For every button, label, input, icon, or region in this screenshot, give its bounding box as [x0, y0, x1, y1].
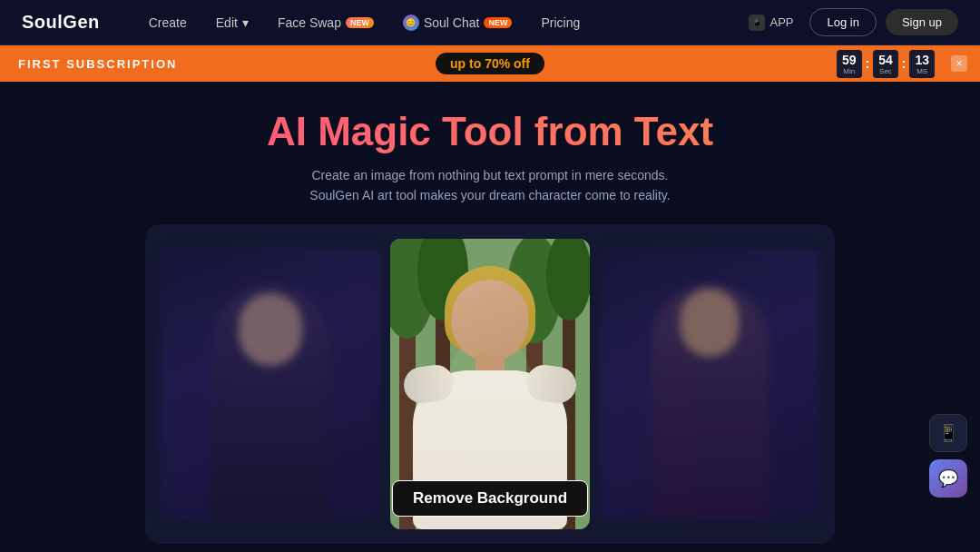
chat-bubble-icon: 💬: [938, 468, 958, 488]
timer-minutes: 59 Min: [837, 50, 862, 78]
nav-item-edit[interactable]: Edit ▾: [203, 10, 261, 35]
cards-section: Remove Background: [0, 224, 980, 544]
nav-item-pricing[interactable]: Pricing: [528, 10, 593, 35]
signup-button[interactable]: Sign up: [886, 9, 958, 35]
app-icon: 📱: [749, 15, 765, 31]
nav-links: Create Edit ▾ Face Swap NEW 😊 Soul Chat …: [136, 9, 742, 36]
person-head-right: [681, 289, 740, 357]
nav-item-face-swap[interactable]: Face Swap NEW: [265, 10, 387, 35]
hero-subtitle-line2: SoulGen AI art tool makes your dream cha…: [0, 185, 980, 205]
person-silhouette-right: [651, 284, 769, 520]
person-silhouette-left: [211, 284, 329, 520]
timer-ms: 13 MS: [909, 50, 935, 78]
person-head-left: [239, 293, 302, 366]
card-right-person: [599, 248, 820, 520]
floating-chat-button[interactable]: 💬: [929, 459, 967, 498]
hero-title: AI Magic Tool from Text: [0, 109, 980, 154]
promo-banner: FIRST SUBSCRIPTION up to 70% off 59 Min …: [0, 45, 980, 82]
timer-sep-1: :: [864, 56, 872, 71]
logo[interactable]: SoulGen: [22, 12, 100, 33]
hero-subtitle-line1: Create an image from nothing but text pr…: [0, 165, 980, 185]
soul-chat-badge: NEW: [484, 17, 512, 28]
soul-chat-icon: 😊: [403, 15, 419, 31]
card-right: [599, 248, 820, 520]
mobile-app-icon: 📱: [938, 423, 958, 443]
login-button[interactable]: Log in: [809, 8, 876, 36]
close-banner-button[interactable]: ×: [951, 55, 967, 72]
nav-item-create[interactable]: Create: [136, 10, 200, 35]
timer-sep-2: :: [900, 56, 908, 71]
app-button[interactable]: 📱 APP: [741, 11, 800, 34]
promo-first-sub-label: FIRST SUBSCRIPTION: [18, 57, 177, 71]
countdown-timer: 59 Min : 54 Sec : 13 MS: [837, 50, 935, 78]
floating-buttons: 📱 💬: [929, 414, 967, 498]
hero-section: AI Magic Tool from Text Create an image …: [0, 82, 980, 224]
promo-center: up to 70% off: [434, 51, 546, 76]
face-swap-badge: NEW: [346, 17, 374, 28]
card-left-person: [160, 248, 381, 520]
nav-item-soul-chat[interactable]: 😊 Soul Chat NEW: [390, 9, 524, 36]
cards-container: Remove Background: [145, 224, 835, 544]
chevron-down-icon: ▾: [242, 15, 249, 30]
remove-background-label[interactable]: Remove Background: [392, 480, 588, 517]
nav-right: 📱 APP Log in Sign up: [741, 8, 958, 36]
navbar: SoulGen Create Edit ▾ Face Swap NEW 😊 So…: [0, 0, 980, 45]
promo-discount[interactable]: up to 70% off: [434, 51, 546, 76]
floating-app-button[interactable]: 📱: [929, 414, 967, 452]
card-left: [160, 248, 381, 520]
timer-seconds: 54 Sec: [873, 50, 898, 78]
card-center: Remove Background: [390, 239, 590, 529]
